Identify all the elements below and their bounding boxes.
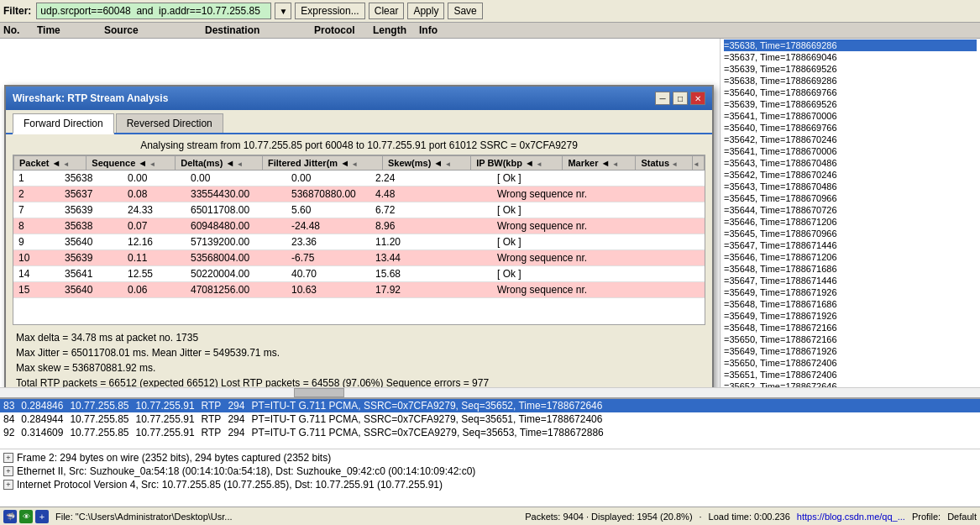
cell-packet: 8 [13, 218, 60, 234]
right-info-row: =35639, Time=1788669526 [724, 98, 977, 110]
cell-status: [ Ok ] [492, 266, 705, 282]
table-row[interactable]: 9 35640 12.16 57139200.00 23.36 11.20 [ … [13, 234, 705, 250]
col-source-header: Source [104, 24, 205, 36]
detail-row: +Ethernet II, Src: Suzhouke_0a:54:18 (00… [3, 465, 977, 478]
table-row[interactable]: 1 35638 0.00 0.00 0.00 2.24 [ Ok ] [13, 171, 705, 186]
stats-line: Max skew = 536870881.92 ms. [16, 360, 702, 375]
table-header-row: Packet ◄ Sequence ◄ Delta(ms) ◄ Filtered… [14, 156, 705, 171]
horizontal-scrollbar[interactable] [0, 387, 980, 397]
right-info-row: =35643, Time=1788670486 [724, 181, 977, 192]
tab-reversed-direction[interactable]: Reversed Direction [116, 113, 223, 133]
table-row[interactable]: 2 35637 0.08 33554430.00 536870880.00 4.… [13, 186, 705, 202]
cell-skew: 5.60 [286, 202, 370, 218]
col-no-header: No. [3, 24, 37, 36]
right-info-row: =35648, Time=1788671686 [724, 263, 977, 275]
right-info-row: =35651, Time=1788672406 [724, 369, 977, 381]
minimize-button[interactable]: ─ [655, 92, 670, 105]
rtp-table: Packet ◄ Sequence ◄ Delta(ms) ◄ Filtered… [13, 155, 705, 171]
right-info-row: =35649, Time=1788671926 [724, 286, 977, 298]
right-info-row: =35639, Time=1788669526 [724, 63, 977, 75]
filter-dropdown[interactable]: ▼ [275, 3, 291, 19]
th-skew[interactable]: Skew(ms) ◄ [382, 156, 470, 171]
cell-jitter: 65011708.00 [186, 202, 286, 218]
right-info-row: =35648, Time=1788671686 [724, 298, 977, 310]
main-window: Filter: ▼ Expression... Clear Apply Save… [0, 0, 980, 525]
right-info-row: =35641, Time=1788670006 [724, 145, 977, 157]
cell-marker [442, 266, 492, 282]
table-row[interactable]: 8 35638 0.07 60948480.00 -24.48 8.96 Wro… [13, 218, 705, 234]
packet-rows-bottom: 830.28484610.77.255.8510.77.255.91RTP294… [0, 399, 980, 449]
list-item[interactable]: 830.28484610.77.255.8510.77.255.91RTP294… [0, 399, 980, 412]
right-info-row: =35650, Time=1788672166 [724, 333, 977, 345]
rtp-table-container: Packet ◄ Sequence ◄ Delta(ms) ◄ Filtered… [13, 155, 705, 325]
cell-jitter: 60948480.00 [186, 218, 286, 234]
col-len-header: Length [373, 24, 419, 36]
list-item[interactable]: 840.28494410.77.255.8510.77.255.91RTP294… [0, 412, 980, 426]
ip-icon[interactable]: + [3, 480, 13, 490]
rtp-dialog: Wireshark: RTP Stream Analysis ─ □ ✕ For… [4, 85, 714, 387]
right-info-row: =35642, Time=1788670246 [724, 134, 977, 145]
cell-marker [442, 218, 492, 234]
table-row[interactable]: 10 35639 0.11 53568004.00 -6.75 13.44 Wr… [13, 250, 705, 266]
right-info-row: =35638, Time=1788669286 [724, 39, 977, 51]
th-packet[interactable]: Packet ◄ [14, 156, 86, 171]
cell-bw: 4.48 [370, 186, 442, 202]
filter-bar: Filter: ▼ Expression... Clear Apply Save [0, 0, 980, 23]
th-bw[interactable]: IP BW(kbp ◄ [471, 156, 563, 171]
filter-save-btn[interactable]: Save [448, 3, 482, 19]
stats-line: Max delta = 34.78 ms at packet no. 1735 [16, 330, 702, 345]
cell-skew: 0.00 [286, 171, 370, 186]
table-row[interactable]: 14 35641 12.55 50220004.00 40.70 15.68 [… [13, 266, 705, 282]
status-bar: 🦈 👁 + File: "C:\Users\Administrator\Desk… [0, 507, 980, 525]
right-info-row: =35640, Time=1788669766 [724, 122, 977, 134]
cell-delta: 0.08 [123, 186, 186, 202]
cell-marker [442, 171, 492, 186]
th-marker[interactable]: Marker ◄ [563, 156, 636, 171]
filter-input[interactable] [36, 3, 271, 19]
right-info-row: =35638, Time=1788669286 [724, 75, 977, 87]
restore-button[interactable]: □ [673, 92, 688, 105]
cell-delta: 0.11 [123, 250, 186, 266]
cell-marker [442, 202, 492, 218]
filter-expression-btn[interactable]: Expression... [295, 3, 364, 19]
stream-info: Analysing stream from 10.77.255.85 port … [6, 134, 712, 155]
list-item[interactable]: 920.31460910.77.255.8510.77.255.91RTP294… [0, 426, 980, 439]
table-row[interactable]: 7 35639 24.33 65011708.00 5.60 6.72 [ Ok… [13, 202, 705, 218]
th-jitter[interactable]: Filtered Jitter(m ◄ [262, 156, 382, 171]
th-status[interactable]: Status [636, 156, 693, 171]
stats-line: Max Jitter = 65011708.01 ms. Mean Jitter… [16, 345, 702, 360]
right-info-row: =35648, Time=1788672166 [724, 322, 977, 333]
rtp-table-body: 1 35638 0.00 0.00 0.00 2.24 [ Ok ] 2 356… [13, 171, 705, 298]
frame-icon[interactable]: + [3, 453, 13, 463]
tab-forward-direction[interactable]: Forward Direction [13, 113, 114, 134]
close-dialog-button[interactable]: ✕ [690, 92, 705, 105]
cell-status: [ Ok ] [492, 234, 705, 250]
table-scroll-area[interactable]: 1 35638 0.00 0.00 0.00 2.24 [ Ok ] 2 356… [13, 171, 705, 324]
stats-line: Total RTP packets = 66512 (expected 6651… [16, 375, 702, 387]
cell-bw: 6.72 [370, 202, 442, 218]
cell-marker [442, 282, 492, 298]
th-sequence[interactable]: Sequence ◄ [86, 156, 176, 171]
right-info-row: =35647, Time=1788671446 [724, 275, 977, 286]
right-info-panel: =35638, Time=1788669286=35637, Time=1788… [720, 39, 980, 387]
cell-sequence: 35641 [60, 266, 123, 282]
right-info-row: =35641, Time=1788670006 [724, 110, 977, 122]
rtp-data-table: 1 35638 0.00 0.00 0.00 2.24 [ Ok ] 2 356… [13, 171, 705, 298]
cell-bw: 2.24 [370, 171, 442, 186]
filter-clear-btn[interactable]: Clear [369, 3, 405, 19]
th-delta[interactable]: Delta(ms) ◄ [176, 156, 263, 171]
cell-status: [ Ok ] [492, 202, 705, 218]
cell-bw: 15.68 [370, 266, 442, 282]
blog-link[interactable]: https://blog.csdn.me/qq_... [797, 512, 905, 522]
ethernet-icon[interactable]: + [3, 466, 13, 476]
cell-delta: 0.07 [123, 218, 186, 234]
detail-text: Internet Protocol Version 4, Src: 10.77.… [17, 479, 443, 491]
cell-sequence: 35640 [60, 282, 123, 298]
detail-row: +Internet Protocol Version 4, Src: 10.77… [3, 478, 977, 491]
right-info-row: =35650, Time=1788672406 [724, 357, 977, 369]
filter-apply-btn[interactable]: Apply [407, 3, 444, 19]
separator1: · [700, 512, 702, 522]
right-info-row: =35646, Time=1788671206 [724, 216, 977, 228]
table-row[interactable]: 15 35640 0.06 47081256.00 10.63 17.92 Wr… [13, 282, 705, 298]
cell-jitter: 50220004.00 [186, 266, 286, 282]
